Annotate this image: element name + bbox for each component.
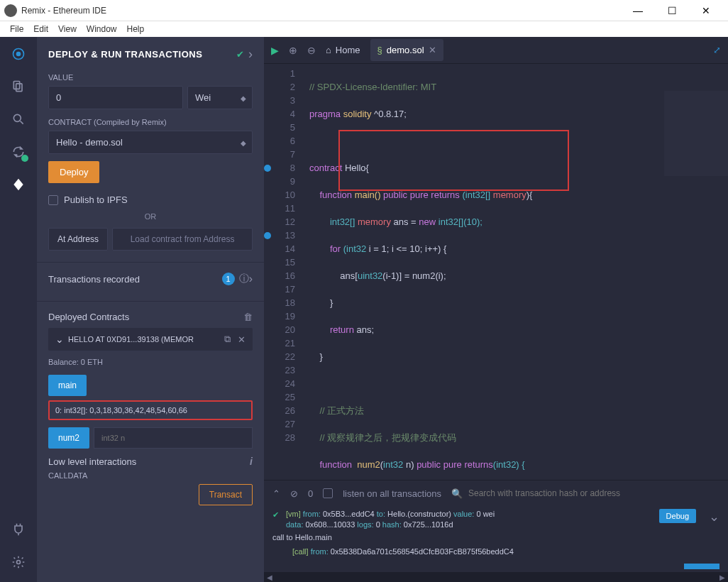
iconbar	[0, 37, 37, 582]
plugin-icon[interactable]	[10, 521, 27, 538]
main-output: 0: int32[]: 0,3,18,30,36,42,48,54,60,66	[48, 400, 253, 420]
minimap[interactable]	[664, 91, 728, 176]
zoom-in-icon[interactable]: ⊕	[289, 45, 297, 56]
svg-point-5	[17, 561, 21, 564]
tx-recorded-label: Transactions recorded	[48, 274, 218, 285]
at-address-button[interactable]: At Address	[48, 228, 108, 251]
contract-select[interactable]: Hello - demo.sol ◆	[48, 131, 253, 154]
home-tab[interactable]: ⌂ Home	[326, 45, 360, 55]
trash-icon[interactable]: 🗑	[243, 312, 253, 322]
menu-help[interactable]: Help	[127, 24, 145, 34]
chevron-down-icon[interactable]: ⌄	[709, 509, 719, 525]
contract-name: Hello - demo.sol	[56, 137, 123, 148]
menu-window[interactable]: Window	[87, 24, 117, 34]
num2-function-button[interactable]: num2	[48, 427, 89, 449]
value-label: VALUE	[48, 73, 253, 82]
or-divider: OR	[48, 212, 253, 221]
publish-label: Publish to IPFS	[64, 194, 128, 205]
value-input[interactable]	[48, 86, 183, 109]
unit-select[interactable]: Wei ◆	[187, 86, 253, 109]
svg-rect-3	[16, 84, 22, 92]
menubar: File Edit View Window Help	[0, 21, 728, 37]
app-icon	[4, 4, 17, 17]
instance-title[interactable]: HELLO AT 0XD91...39138 (MEMOR	[68, 335, 217, 344]
terminal-line: [call] from: 0x5B38Da6a701c568545dCfcB03…	[272, 547, 719, 556]
deployed-contracts-title: Deployed Contracts	[48, 312, 243, 322]
compiler-icon[interactable]	[10, 143, 27, 160]
file-explorer-icon[interactable]	[10, 78, 27, 95]
info-icon[interactable]: ⓘ	[239, 273, 249, 285]
block-icon[interactable]: ⊘	[290, 488, 298, 499]
chevron-right-icon[interactable]: ›	[249, 273, 253, 285]
debug-button[interactable]: Debug	[659, 509, 696, 523]
unit-label: Wei	[195, 92, 211, 103]
solidity-icon: §	[377, 45, 382, 55]
search-icon[interactable]: 🔍	[451, 488, 463, 499]
close-icon[interactable]: ✕	[238, 334, 246, 345]
expand-icon[interactable]: ⤢	[713, 45, 721, 55]
zoom-out-icon[interactable]: ⊖	[307, 45, 316, 56]
balance-label: Balance: 0 ETH	[48, 358, 253, 366]
transact-button[interactable]: Transact	[199, 484, 253, 505]
caret-icon: ◆	[241, 138, 246, 146]
tx-count-badge: 1	[222, 273, 235, 285]
gutter: 1234567 89101112 13141516171819202122232…	[264, 64, 304, 480]
terminal: ⌃ ⊘ 0 listen on all transactions 🔍 ✔ [vm…	[264, 480, 728, 572]
menu-file[interactable]: File	[10, 24, 23, 34]
close-tab-icon[interactable]: ✕	[429, 45, 436, 55]
titlebar: Remix - Ethereum IDE — ☐ ✕	[0, 0, 728, 21]
panel-title: DEPLOY & RUN TRANSACTIONS	[48, 49, 232, 60]
calldata-label: CALLDATA	[48, 471, 253, 480]
close-button[interactable]: ✕	[695, 5, 717, 16]
chevron-right-icon[interactable]: ›	[248, 47, 253, 62]
editor-area: ▶ ⊕ ⊖ ⌂ Home § demo.sol ✕ ⤢ 1234567 8910…	[264, 37, 728, 582]
load-address-input[interactable]: Load contract from Address	[112, 228, 253, 251]
publish-checkbox[interactable]	[48, 195, 58, 205]
horizontal-scrollbar[interactable]: ◀▶	[264, 572, 728, 582]
menu-edit[interactable]: Edit	[33, 24, 48, 34]
deploy-button[interactable]: Deploy	[48, 161, 99, 183]
svg-point-1	[16, 52, 21, 57]
terminal-output: [vm] from: 0x5B3...eddC4 to: Hello.(cons…	[286, 509, 652, 530]
contract-label: CONTRACT (Compiled by Remix)	[48, 118, 253, 126]
deploy-icon[interactable]	[10, 176, 27, 193]
check-icon: ✔	[236, 49, 244, 60]
window-title: Remix - Ethereum IDE	[21, 6, 627, 16]
low-level-label: Low level interactions	[48, 456, 136, 467]
caret-icon: ◆	[241, 94, 246, 101]
home-label: Home	[336, 45, 360, 55]
info-icon[interactable]: i	[250, 456, 253, 467]
active-tab[interactable]: § demo.sol ✕	[370, 39, 443, 61]
terminal-search-input[interactable]	[468, 488, 719, 498]
menu-view[interactable]: View	[58, 24, 77, 34]
chevron-up-icon[interactable]: ⌃	[272, 488, 280, 499]
play-icon[interactable]: ▶	[271, 45, 279, 56]
search-icon[interactable]	[10, 111, 27, 128]
maximize-button[interactable]: ☐	[661, 5, 683, 16]
copy-icon[interactable]: ⧉	[224, 334, 231, 345]
chevron-down-icon[interactable]: ⌄	[55, 334, 64, 345]
minimize-button[interactable]: —	[627, 5, 649, 16]
editor-topbar: ▶ ⊕ ⊖ ⌂ Home § demo.sol ✕ ⤢	[264, 37, 728, 64]
home-icon: ⌂	[326, 45, 331, 55]
listen-label: listen on all transactions	[343, 488, 441, 499]
settings-icon[interactable]	[10, 554, 27, 571]
main-function-button[interactable]: main	[48, 375, 87, 396]
pending-count: 0	[308, 488, 313, 499]
terminal-line: call to Hello.main	[272, 533, 719, 542]
svg-point-4	[13, 114, 21, 121]
deploy-panel: DEPLOY & RUN TRANSACTIONS ✔ › VALUE Wei …	[37, 37, 264, 582]
success-icon: ✔	[272, 510, 279, 520]
num2-param-input[interactable]	[94, 427, 253, 449]
remix-logo-icon[interactable]	[10, 45, 27, 62]
progress-bar	[684, 564, 719, 569]
listen-checkbox[interactable]	[323, 488, 333, 498]
tab-label: demo.sol	[387, 45, 424, 55]
